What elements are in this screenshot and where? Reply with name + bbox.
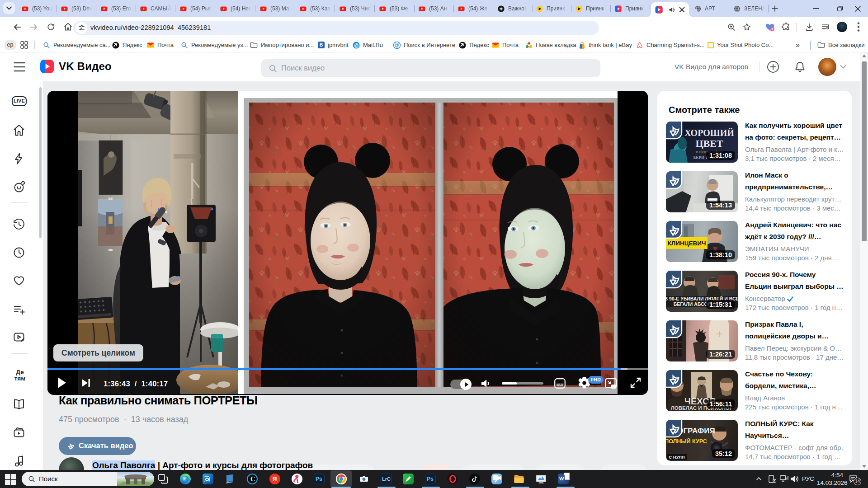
svg-text:ХОРОШИЙ: ХОРОШИЙ bbox=[684, 128, 734, 138]
svg-text:@: @ bbox=[395, 42, 399, 47]
svg-text:@: @ bbox=[354, 42, 359, 47]
svg-text:B: B bbox=[320, 42, 323, 47]
svg-text:КЛИНЦЕВИЧ: КЛИНЦЕВИЧ bbox=[668, 240, 706, 247]
svg-text:С НУЛЯ: С НУЛЯ bbox=[669, 455, 685, 460]
svg-text:ПОЛНЫЙ КУРС: ПОЛНЫЙ КУРС bbox=[666, 438, 707, 445]
svg-text:ЦВЕТ: ЦВЕТ bbox=[695, 138, 723, 149]
